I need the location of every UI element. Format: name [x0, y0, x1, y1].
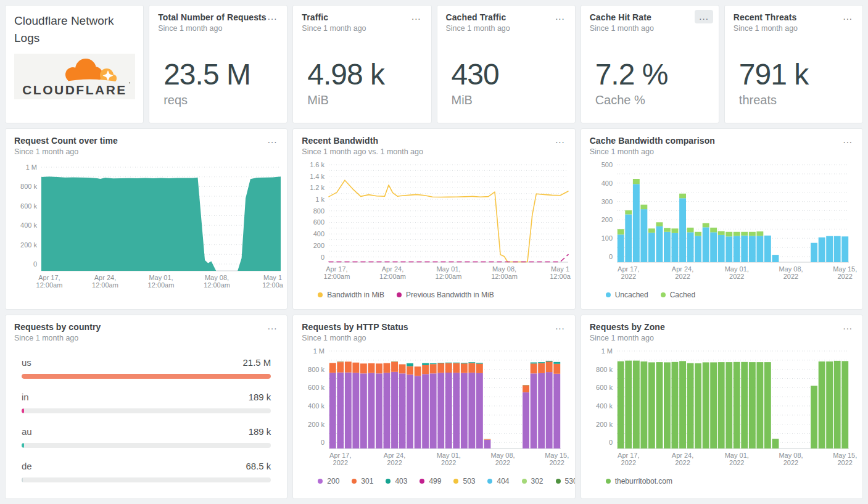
svg-text:2022: 2022: [675, 459, 690, 466]
svg-text:Apr 24,: Apr 24,: [384, 452, 405, 459]
svg-text:May 08,: May 08,: [491, 452, 515, 459]
svg-text:800: 800: [313, 207, 324, 215]
panel-title: Cache Bandwidth comparison: [590, 136, 854, 146]
svg-text:1.4 k: 1.4 k: [310, 173, 324, 180]
svg-text:2022: 2022: [621, 459, 635, 466]
country-name: in: [22, 392, 29, 402]
panel-title: Requests by country: [14, 322, 278, 332]
svg-text:2022: 2022: [387, 459, 402, 466]
panel-menu-icon[interactable]: ...: [407, 10, 426, 23]
svg-text:2022: 2022: [550, 459, 564, 466]
panel-menu-icon[interactable]: ...: [263, 133, 282, 147]
bandwidth-line-chart[interactable]: 02004006008001 k1.2 k1.4 k1.6 kApr 17,12…: [302, 161, 573, 287]
country-bar-track: [22, 443, 271, 448]
dashboard-title: Cloudflare Network Logs: [14, 12, 134, 47]
panel-stat-cached-traffic: Cached Traffic Since 1 month ago ... 430…: [437, 5, 576, 123]
svg-text:2022: 2022: [441, 459, 456, 466]
svg-text:12:00am: 12:00am: [92, 281, 118, 289]
zone-bar-chart[interactable]: 0200 k400 k600 k800 k1 MApr 17,2022Apr 2…: [590, 347, 861, 473]
svg-text:Apr 24,: Apr 24,: [382, 265, 403, 273]
svg-text:12:00a: 12:00a: [262, 281, 284, 289]
panel-subtitle: Since 1 month ago: [302, 334, 566, 342]
svg-text:May 08,: May 08,: [492, 265, 516, 273]
legend-label: 200: [327, 477, 339, 485]
panel-menu-icon[interactable]: ...: [695, 10, 713, 23]
request-count-area-chart[interactable]: 0200 k400 k600 k800 k1 MApr 17,12:00amAp…: [14, 161, 286, 297]
panel-cache-bandwidth: Cache Bandwidth comparison Since 1 month…: [581, 128, 863, 310]
http-status-legend: 200301403499503404302530526524: [318, 477, 566, 485]
panel-requests-by-zone: Requests by Zone Since 1 month ago ... 0…: [581, 315, 863, 499]
cloudflare-logo: CLOUDFLARE ': [14, 54, 135, 99]
svg-text:12:00am: 12:00am: [204, 281, 230, 289]
legend-dot-icon: [318, 292, 323, 297]
legend-item-bandwidth-in-mib[interactable]: Bandwidth in MiB: [318, 291, 384, 299]
stat-value: 430: [452, 59, 566, 91]
svg-text:600 k: 600 k: [596, 384, 613, 391]
svg-text:May 08,: May 08,: [205, 274, 229, 281]
legend-item-403[interactable]: 403: [386, 477, 407, 485]
top-stat-row: Cloudflare Network Logs CLOUDFLARE ' T: [5, 5, 863, 123]
svg-text:12:00am: 12:00am: [491, 273, 518, 280]
stat-value: 4.98 k: [307, 59, 422, 91]
svg-text:200: 200: [313, 242, 324, 249]
legend-item-499[interactable]: 499: [420, 477, 441, 485]
legend-item-302[interactable]: 302: [522, 477, 544, 485]
http-status-bar-chart[interactable]: 0200 k400 k600 k800 k1 MApr 17,2022Apr 2…: [302, 347, 573, 473]
svg-text:1.2 k: 1.2 k: [310, 184, 324, 191]
legend-dot-icon: [318, 479, 323, 484]
legend-item-301[interactable]: 301: [352, 477, 373, 485]
country-list: us21.5 M in189 k au189 k de68.5 k: [14, 357, 278, 495]
legend-item-200[interactable]: 200: [318, 477, 339, 485]
panel-menu-icon[interactable]: ...: [551, 10, 569, 23]
bottom-chart-row: Requests by country Since 1 month ago ..…: [5, 315, 863, 499]
panel-title: Traffic: [302, 12, 422, 22]
svg-text:800 k: 800 k: [308, 366, 324, 373]
panel-menu-icon[interactable]: ...: [838, 10, 857, 23]
panel-menu-icon[interactable]: ...: [263, 10, 282, 23]
svg-text:12:00am: 12:00am: [436, 273, 462, 280]
svg-text:1 M: 1 M: [313, 347, 324, 355]
panel-menu-icon[interactable]: ...: [551, 133, 569, 147]
svg-text:400 k: 400 k: [20, 221, 37, 229]
svg-text:May 01,: May 01,: [149, 274, 173, 281]
cache-bandwidth-bar-chart[interactable]: 0100200300400500Apr 17,2022Apr 24,2022Ma…: [590, 161, 861, 287]
legend-item-uncached[interactable]: Uncached: [606, 291, 648, 299]
legend-item-530[interactable]: 530: [556, 477, 576, 485]
legend-label: Cached: [670, 291, 695, 299]
legend-item-theburritobot-com[interactable]: theburritobot.com: [606, 477, 672, 485]
country-row-in: in189 k: [22, 392, 271, 413]
svg-text:0: 0: [321, 253, 324, 260]
panel-title: Cache Hit Rate: [590, 12, 710, 22]
legend-item-previous-bandwidth-in-mib[interactable]: Previous Bandwidth in MiB: [397, 291, 494, 299]
legend-item-503[interactable]: 503: [453, 477, 475, 485]
svg-text:400: 400: [601, 180, 612, 187]
svg-text:600 k: 600 k: [20, 202, 37, 210]
country-bar-track: [22, 374, 271, 379]
panel-menu-icon[interactable]: ...: [838, 320, 857, 333]
country-bar-fill: [22, 408, 24, 413]
legend-dot-icon: [352, 479, 357, 484]
svg-text:200 k: 200 k: [596, 421, 613, 428]
country-value: 189 k: [249, 392, 271, 402]
panel-subtitle: Since 1 month ago: [302, 24, 422, 33]
panel-title: Total Number of Requests: [158, 12, 278, 22]
svg-text:Apr 17,: Apr 17,: [618, 452, 639, 459]
svg-text:2022: 2022: [729, 459, 744, 466]
panel-menu-icon[interactable]: ...: [263, 320, 282, 333]
cache-legend: UncachedCached: [606, 291, 854, 299]
panel-subtitle: Since 1 month ago vs. 1 month ago: [302, 147, 566, 156]
legend-item-cached[interactable]: Cached: [661, 291, 695, 299]
panel-title: Recent Bandwidth: [302, 136, 566, 146]
svg-text:Apr 17,: Apr 17,: [329, 452, 351, 459]
panel-menu-icon[interactable]: ...: [551, 320, 569, 333]
legend-label: 403: [395, 477, 407, 485]
panel-menu-icon[interactable]: ...: [838, 133, 857, 147]
svg-text:2022: 2022: [837, 459, 852, 466]
stat-value: 23.5 M: [163, 59, 278, 91]
legend-item-404[interactable]: 404: [487, 477, 509, 485]
legend-label: 404: [497, 477, 509, 485]
legend-label: 503: [463, 477, 475, 485]
svg-text:0: 0: [321, 439, 324, 446]
legend-label: 499: [429, 477, 441, 485]
svg-text:2022: 2022: [333, 459, 348, 466]
